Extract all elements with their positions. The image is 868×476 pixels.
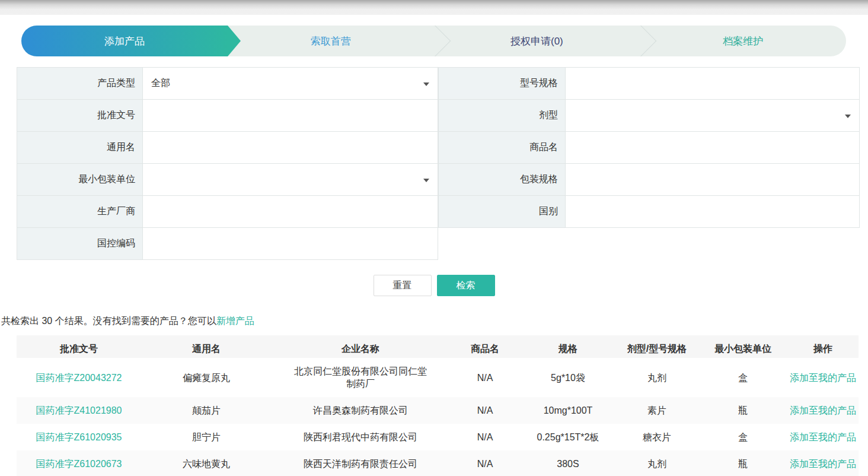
reset-button[interactable]: 重置 [374, 275, 432, 296]
tab-label-authorization-request: 授权申请(0) [510, 34, 563, 48]
form-label-product-type: 产品类型 [17, 68, 143, 100]
table-row: 国药准字Z61020673六味地黄丸陕西天洋制药有限责任公司N/A380S丸剂瓶… [17, 450, 859, 476]
cell-unit: 盒 [698, 364, 787, 391]
form-label-national-control-code: 国控编码 [17, 228, 143, 260]
form-label-brand-name: 商品名 [439, 132, 566, 164]
cell-spec: 5g*10袋 [521, 364, 615, 391]
cell-brand-name: N/A [449, 397, 521, 424]
tab-request-first-business[interactable]: 索取首营 [228, 26, 434, 56]
add-to-my-products-link[interactable]: 添加至我的产品 [790, 373, 856, 383]
dosage-form-select[interactable] [566, 100, 860, 132]
cell-spec: 0.25g*15T*2板 [521, 424, 615, 450]
approval-link[interactable]: 国药准字Z61020673 [36, 459, 122, 469]
form-label-approval-number: 批准文号 [17, 100, 143, 132]
cell-dosage: 丸剂 [615, 450, 698, 476]
product-type-selected-value: 全部 [151, 77, 170, 90]
table-header-col-generic-name: 通用名 [141, 335, 272, 362]
table-header-col-dosage: 剂型/型号规格 [615, 335, 698, 362]
min-package-unit-select[interactable] [143, 164, 438, 196]
form-label-package-spec: 包装规格 [439, 164, 566, 196]
tab-label-archive-maintenance: 档案维护 [723, 34, 763, 48]
cell-dosage: 素片 [615, 397, 698, 424]
tab-authorization-request[interactable]: 授权申请(0) [434, 26, 640, 56]
form-label-generic-name: 通用名 [17, 132, 143, 164]
search-form-left-column: 产品类型全部批准文号通用名最小包装单位生产厂商国控编码 [17, 67, 438, 260]
approval-number-input[interactable] [143, 100, 438, 132]
tab-add-product[interactable]: 添加产品 [21, 26, 228, 56]
cell-brand-name: N/A [449, 364, 521, 391]
results-summary: 共检索出 30 个结果。没有找到需要的产品？您可以新增产品 [0, 315, 868, 327]
results-summary-text: 共检索出 30 个结果。没有找到需要的产品？您可以 [1, 316, 216, 326]
cell-brand-name: N/A [449, 450, 521, 476]
manufacturer-field[interactable] [151, 207, 422, 217]
table-header-row: 批准文号通用名企业名称商品名规格剂型/型号规格最小包装单位操作 [17, 335, 859, 358]
table-header-col-action: 操作 [787, 335, 859, 362]
cell-company: 陕西利君现代中药有限公司 [272, 424, 449, 450]
search-form-right-column: 型号规格剂型商品名包装规格国别 [438, 67, 860, 228]
add-to-my-products-link[interactable]: 添加至我的产品 [790, 405, 856, 415]
approval-link[interactable]: 国药准字Z20043272 [36, 373, 122, 383]
approval-link[interactable]: 国药准字Z41021980 [36, 405, 122, 415]
table-header-col-unit: 最小包装单位 [698, 335, 787, 362]
cell-unit: 瓶 [698, 450, 787, 476]
approval-number-field[interactable] [151, 110, 422, 121]
table-header-col-approval: 批准文号 [17, 335, 141, 362]
generic-name-input[interactable] [143, 132, 438, 164]
cell-spec: 10mg*100T [521, 397, 615, 424]
cell-action: 添加至我的产品 [787, 450, 859, 476]
cell-unit: 瓶 [698, 397, 787, 424]
cell-approval: 国药准字Z20043272 [17, 364, 141, 391]
package-spec-input[interactable] [566, 164, 860, 196]
generic-name-field[interactable] [151, 142, 422, 153]
national-control-code-input[interactable] [143, 228, 438, 260]
cell-generic-name: 偏瘫复原丸 [141, 364, 272, 391]
form-label-dosage-form: 剂型 [439, 100, 566, 132]
tab-archive-maintenance[interactable]: 档案维护 [640, 26, 846, 56]
tab-label-request-first-business: 索取首营 [311, 34, 351, 48]
caret-down-icon [423, 82, 429, 86]
cell-generic-name: 六味地黄丸 [141, 450, 272, 476]
results-table: 批准文号通用名企业名称商品名规格剂型/型号规格最小包装单位操作 国药准字Z200… [17, 335, 859, 476]
add-to-my-products-link[interactable]: 添加至我的产品 [790, 459, 856, 469]
caret-down-icon [845, 115, 851, 118]
cell-approval: 国药准字Z61020673 [17, 450, 141, 476]
table-header-col-spec: 规格 [521, 335, 615, 362]
top-shadow-bar [0, 0, 868, 15]
country-field[interactable] [574, 207, 844, 217]
cell-approval: 国药准字Z61020935 [17, 424, 141, 450]
cell-company: 北京同仁堂股份有限公司同仁堂制药厂 [272, 358, 449, 397]
form-label-manufacturer: 生产厂商 [17, 196, 143, 228]
table-row: 国药准字Z61020935胆宁片陕西利君现代中药有限公司N/A0.25g*15T… [17, 424, 859, 450]
table-row: 国药准字Z41021980颠茄片许昌奥森制药有限公司N/A10mg*100T素片… [17, 397, 859, 424]
add-new-product-link[interactable]: 新增产品 [216, 316, 254, 326]
cell-dosage: 丸剂 [615, 364, 698, 391]
cell-unit: 盒 [698, 424, 787, 450]
table-body: 国药准字Z20043272偏瘫复原丸北京同仁堂股份有限公司同仁堂制药厂N/A5g… [17, 358, 859, 476]
caret-down-icon [423, 179, 429, 182]
brand-name-input[interactable] [566, 132, 860, 164]
manufacturer-input[interactable] [143, 196, 438, 228]
cell-company: 陕西天洋制药有限责任公司 [272, 450, 449, 476]
search-button[interactable]: 检索 [437, 275, 495, 296]
cell-spec: 380S [521, 450, 615, 476]
form-buttons: 重置 检索 [0, 275, 868, 296]
table-header-col-brand-name: 商品名 [449, 335, 521, 362]
approval-link[interactable]: 国药准字Z61020935 [36, 432, 122, 442]
cell-action: 添加至我的产品 [787, 364, 859, 391]
cell-company: 许昌奥森制药有限公司 [272, 397, 449, 424]
model-spec-input[interactable] [566, 68, 860, 100]
brand-name-field[interactable] [574, 142, 844, 153]
cell-action: 添加至我的产品 [787, 397, 859, 424]
model-spec-field[interactable] [574, 78, 844, 89]
national-control-code-field[interactable] [151, 239, 422, 249]
package-spec-field[interactable] [574, 174, 844, 185]
cell-generic-name: 颠茄片 [141, 397, 272, 424]
cell-generic-name: 胆宁片 [141, 424, 272, 450]
cell-action: 添加至我的产品 [787, 424, 859, 450]
cell-brand-name: N/A [449, 424, 521, 450]
country-input[interactable] [566, 196, 860, 228]
table-row: 国药准字Z20043272偏瘫复原丸北京同仁堂股份有限公司同仁堂制药厂N/A5g… [17, 358, 859, 397]
product-type-select[interactable]: 全部 [143, 68, 438, 100]
add-to-my-products-link[interactable]: 添加至我的产品 [790, 432, 856, 442]
search-form: 产品类型全部批准文号通用名最小包装单位生产厂商国控编码 型号规格剂型商品名包装规… [17, 67, 859, 260]
